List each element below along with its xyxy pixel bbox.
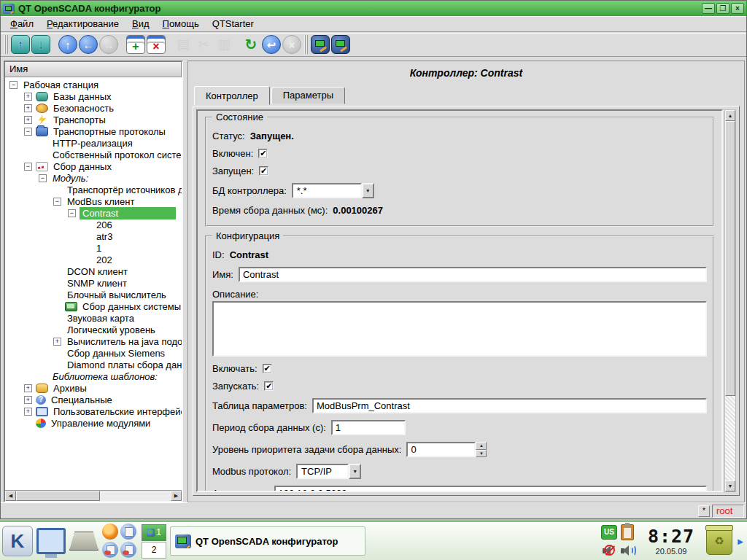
to-enable-checkbox[interactable]: ✔ <box>263 364 272 373</box>
load-from-db-icon[interactable]: ↑ <box>11 35 30 54</box>
expand-icon[interactable]: + <box>53 338 61 346</box>
expand-icon[interactable]: + <box>24 396 32 404</box>
tree-item-logiclev[interactable]: Логический уровень <box>5 324 182 335</box>
title-bar[interactable]: QT OpenSCADA конфигуратор — ❐ × <box>1 1 746 16</box>
scrollbar-track[interactable] <box>725 396 735 481</box>
tree-item-snmp[interactable]: SNMP клиент <box>5 277 182 289</box>
tree-item-1[interactable]: 1 <box>5 242 182 254</box>
tree-item-security[interactable]: +Безопасность <box>5 102 182 114</box>
pager-desktop-1[interactable]: 1 <box>142 524 166 541</box>
tree-item-diamond[interactable]: Diamond платы сбора данн <box>5 359 182 370</box>
back-icon[interactable]: ← <box>79 35 98 54</box>
maximize-button[interactable]: ❐ <box>716 3 729 14</box>
current-user[interactable]: root <box>712 505 744 518</box>
clipboard-icon[interactable] <box>621 524 634 540</box>
spin-down-icon[interactable]: ▼ <box>476 450 487 458</box>
tab-controller[interactable]: Контроллер <box>194 86 270 105</box>
description-textarea[interactable] <box>212 301 707 357</box>
scrollbar-track[interactable] <box>100 491 171 501</box>
running-checkbox[interactable]: ✔ <box>259 166 268 176</box>
clock[interactable]: 8:27 20.05.09 <box>640 527 703 556</box>
scrollbar-thumb[interactable] <box>725 121 735 396</box>
tree-horizontal-scrollbar[interactable]: ◀ ▶ <box>5 490 182 501</box>
tree-column-header[interactable]: Имя <box>5 62 182 77</box>
chevron-down-icon[interactable]: ▼ <box>362 183 374 198</box>
scrollbar-thumb[interactable] <box>16 491 100 501</box>
qtstarter-config-icon[interactable] <box>311 35 330 54</box>
tree-item-system[interactable]: Сбор данных системы <box>5 300 182 312</box>
reload-item-icon[interactable]: ↩ <box>262 35 281 54</box>
modbus-protocol-select[interactable]: TCP/IP ▼ <box>296 464 361 479</box>
tree-item-special[interactable]: +Специальные <box>5 394 182 405</box>
acquire-period-input[interactable] <box>331 420 406 435</box>
expand-icon[interactable]: + <box>24 116 32 124</box>
menu-edit[interactable]: Редактирование <box>40 17 125 31</box>
tree-item-databases[interactable]: +Базы данных <box>5 90 182 102</box>
scroll-down-icon[interactable]: ▼ <box>725 481 735 491</box>
tree-item-ui[interactable]: +Пользовательские интерфейсы <box>5 405 182 417</box>
desktop-settings-icon[interactable] <box>36 528 66 554</box>
to-start-checkbox[interactable]: ✔ <box>264 381 274 391</box>
pager-desktop-2[interactable]: 2 <box>142 542 166 559</box>
priority-spinbox[interactable]: ▲ ▼ <box>406 442 487 457</box>
quicklaunch-app-icon[interactable] <box>120 524 136 540</box>
minimize-button[interactable]: — <box>702 3 715 14</box>
tree-item-dcon[interactable]: DCON клиент <box>5 265 182 277</box>
tree-item-daq[interactable]: −Сбор данных <box>5 160 182 172</box>
firefox-icon[interactable] <box>102 524 118 540</box>
up-icon[interactable]: ↑ <box>58 35 77 54</box>
close-button[interactable]: × <box>731 3 744 14</box>
collapse-icon[interactable]: − <box>9 81 18 89</box>
tree-item-modsched[interactable]: Управление модулями <box>5 417 182 429</box>
taskbar-window-button[interactable]: QT OpenSCADA конфигуратор <box>170 526 365 556</box>
delete-item-icon[interactable]: × <box>147 35 166 54</box>
expand-icon[interactable]: + <box>24 408 32 416</box>
tab-parameters[interactable]: Параметры <box>271 87 345 104</box>
save-to-db-icon[interactable]: ↓ <box>31 35 50 54</box>
add-item-icon[interactable]: + <box>126 35 145 54</box>
tree-item-module[interactable]: −Модуль: <box>5 172 182 184</box>
form-vertical-scrollbar[interactable]: ▲ ▼ <box>724 109 736 492</box>
tree-item-202[interactable]: 202 <box>5 254 182 265</box>
expand-icon[interactable]: + <box>24 93 32 101</box>
tree-item-atr3[interactable]: atr3 <box>5 230 182 242</box>
qtstarter-vision-icon[interactable] <box>331 35 350 54</box>
scroll-up-icon[interactable]: ▲ <box>725 110 735 121</box>
collapse-icon[interactable]: − <box>24 163 32 171</box>
refresh-icon[interactable]: ↻ <box>241 35 260 54</box>
tree-item-protocols[interactable]: −Транспортные протоколы <box>5 125 182 137</box>
tree-item-contrast[interactable]: −Contrast <box>5 207 182 219</box>
tree-item-modbus[interactable]: −ModBus клиент <box>5 195 182 207</box>
controller-db-select[interactable]: *.* ▼ <box>292 183 374 198</box>
tree-item-workstation[interactable]: −Рабочая станция <box>5 79 182 90</box>
tree-item-gate[interactable]: Транспортёр источников дан <box>5 184 182 195</box>
spin-up-icon[interactable]: ▲ <box>476 442 487 450</box>
tree-item-206[interactable]: 206 <box>5 219 182 230</box>
tree-item-archives[interactable]: +Архивы <box>5 382 182 394</box>
menu-help[interactable]: Помощь <box>156 17 206 31</box>
tree-item-soundcard[interactable]: Звуковая карта <box>5 312 182 324</box>
chevron-down-icon[interactable]: ▼ <box>349 464 361 479</box>
trash-icon[interactable]: ♻ <box>706 527 732 555</box>
tree-item-http[interactable]: HTTP-реализация <box>5 137 182 149</box>
k-menu-button[interactable]: K <box>2 526 33 556</box>
panel-hide-button[interactable]: ▶ <box>736 524 745 558</box>
expand-icon[interactable]: + <box>24 384 32 392</box>
show-desktop-icon[interactable] <box>69 532 98 551</box>
scroll-left-icon[interactable]: ◀ <box>5 491 16 501</box>
tree-item-tmplib[interactable]: Библиотека шаблонов: <box>5 370 182 382</box>
volume-icon[interactable] <box>619 543 635 558</box>
expand-icon[interactable]: + <box>24 104 32 112</box>
tree-item-javalikecalc[interactable]: +Вычислитель на java подобн <box>5 335 182 347</box>
tree-item-selfsystem[interactable]: Собственный протокол системы <box>5 149 182 160</box>
tree-item-siemens[interactable]: Сбор данных Siemens <box>5 347 182 359</box>
collapse-icon[interactable]: − <box>68 209 76 217</box>
quicklaunch-app-icon[interactable] <box>102 542 118 558</box>
name-input[interactable] <box>239 267 707 282</box>
tree-item-transports[interactable]: +Транспорты <box>5 114 182 125</box>
enabled-checkbox[interactable]: ✔ <box>258 149 268 158</box>
collapse-icon[interactable]: − <box>39 174 47 182</box>
menu-file[interactable]: Файл <box>4 17 40 31</box>
scroll-right-icon[interactable]: ▶ <box>171 491 182 501</box>
collapse-icon[interactable]: − <box>24 128 32 136</box>
